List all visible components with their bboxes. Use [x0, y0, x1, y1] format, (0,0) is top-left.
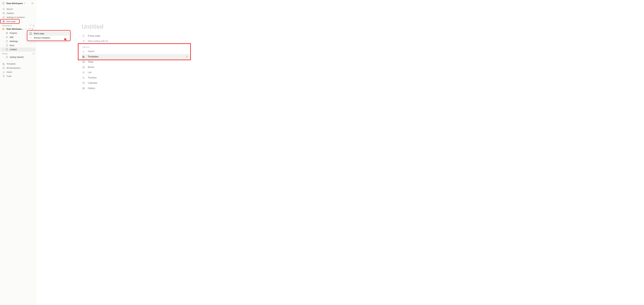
board-icon: [82, 66, 86, 68]
sidebar-updates[interactable]: Updates: [0, 11, 36, 15]
option-list-label: List: [88, 71, 92, 74]
chevron-right-icon[interactable]: ›: [2, 40, 4, 42]
svg-point-26: [82, 72, 83, 72]
option-gallery-label: Gallery: [88, 87, 95, 90]
chevron-right-icon[interactable]: ›: [2, 49, 4, 50]
teamspaces-label: Teamspaces: [2, 24, 12, 27]
option-timeline-label: Timeline: [88, 76, 96, 79]
collapse-sidebar-icon[interactable]: [31, 2, 35, 4]
home-icon: [2, 28, 5, 30]
option-ai[interactable]: Start writing with AI...: [82, 38, 190, 44]
more-icon[interactable]: [28, 28, 30, 30]
chevron-right-icon[interactable]: ›: [2, 36, 4, 38]
page-icon: [6, 40, 8, 42]
sidebar-search-label: Search: [6, 8, 13, 10]
option-import-label: Import: [88, 50, 94, 53]
option-calendar[interactable]: Calendar: [82, 80, 190, 86]
plus-icon[interactable]: [33, 53, 34, 54]
page-icon: [6, 56, 8, 58]
plus-icon[interactable]: [33, 25, 34, 26]
chevron-down-icon[interactable]: [25, 28, 27, 30]
sidebar-import-label: Import: [6, 71, 12, 73]
main-content: Untitled Empty page Start writing with A…: [36, 0, 644, 305]
sidebar-trash[interactable]: Trash: [0, 74, 36, 78]
svg-rect-35: [84, 88, 84, 89]
sidebar-new-page[interactable]: New page: [0, 19, 19, 24]
sparkle-icon: [82, 40, 86, 42]
page-title[interactable]: Untitled: [82, 24, 190, 30]
more-icon[interactable]: [30, 25, 32, 26]
option-empty-label: Empty page: [88, 34, 100, 37]
sidebar-page-untitled[interactable]: › Untitled: [0, 48, 36, 52]
plus-circle-icon: [2, 20, 5, 22]
add-new-label: Add new: [82, 46, 190, 48]
svg-point-23: [84, 57, 84, 58]
option-table-label: Table: [88, 60, 94, 63]
sidebar-search[interactable]: Search: [0, 7, 36, 11]
option-board-label: Board: [88, 66, 94, 68]
chevron-updown-icon: [24, 2, 26, 4]
sidebar-page-docs[interactable]: › Docs: [0, 43, 36, 48]
download-icon: [2, 71, 5, 73]
svg-point-28: [82, 73, 83, 73]
svg-point-19: [30, 38, 31, 38]
svg-point-15: [4, 64, 5, 65]
teamspace-root-label: Team Workspac...: [6, 28, 24, 30]
sidebar-trash-label: Trash: [6, 75, 12, 77]
chevron-right-icon[interactable]: ›: [2, 45, 4, 46]
svg-rect-16: [3, 67, 4, 69]
chevron-right-icon[interactable]: ›: [2, 32, 4, 34]
workspace-switcher[interactable]: T Team Workspace: [0, 1, 36, 6]
workspace-name: Team Workspace: [6, 2, 23, 4]
option-templates[interactable]: Templates: [82, 54, 190, 59]
option-timeline[interactable]: Timeline: [82, 75, 190, 80]
option-gallery[interactable]: Gallery: [82, 86, 190, 91]
private-section-header[interactable]: Private: [0, 52, 36, 55]
chevron-right-icon[interactable]: ›: [2, 56, 4, 58]
sidebar-settings-label: Settings & members: [6, 16, 25, 18]
sidebar-import[interactable]: Import: [0, 70, 36, 74]
option-list[interactable]: List: [82, 70, 190, 75]
option-import[interactable]: Import: [82, 49, 190, 54]
option-calendar-label: Calendar: [88, 82, 97, 84]
option-empty-page[interactable]: Empty page: [82, 33, 190, 38]
plus-icon[interactable]: [32, 28, 33, 30]
option-board[interactable]: Board: [82, 64, 190, 70]
gear-icon: [2, 16, 5, 18]
list-icon: [82, 71, 86, 74]
svg-point-13: [7, 33, 7, 33]
svg-rect-33: [84, 88, 84, 88]
svg-rect-30: [83, 78, 84, 78]
svg-rect-24: [82, 61, 84, 63]
target-icon: [6, 32, 8, 34]
download-icon: [82, 50, 86, 53]
svg-point-3: [3, 17, 4, 18]
search-icon: [2, 8, 5, 10]
svg-rect-14: [3, 64, 4, 65]
building-icon: [2, 67, 5, 69]
sidebar-templates[interactable]: Templates: [0, 62, 36, 66]
svg-rect-32: [82, 88, 84, 88]
svg-rect-29: [82, 77, 84, 78]
page-label: Untitled: [10, 48, 16, 51]
trash-icon: [2, 75, 5, 77]
svg-point-8: [29, 28, 29, 29]
sidebar-all-teamspaces-label: All teamspaces: [6, 67, 20, 69]
sidebar-page-getting-started[interactable]: › Getting Started: [0, 55, 36, 59]
svg-point-18: [30, 38, 30, 38]
sidebar-settings[interactable]: Settings & members: [0, 15, 36, 19]
page-label: Getting Started: [10, 56, 24, 58]
option-table[interactable]: Table: [82, 59, 190, 64]
svg-rect-25: [82, 66, 84, 68]
page-plus-icon: [30, 32, 32, 35]
book-icon: [6, 36, 8, 38]
teamspaces-section-header[interactable]: Teamspaces: [0, 24, 36, 27]
option-templates-label: Templates: [88, 55, 98, 58]
svg-point-5: [30, 25, 30, 25]
gallery-icon: [82, 87, 86, 90]
page-label: Docs: [10, 44, 14, 46]
sidebar-all-teamspaces[interactable]: All teamspaces: [0, 66, 36, 70]
page-icon: [82, 34, 86, 37]
page-label: Meetings: [10, 40, 18, 42]
svg-rect-31: [83, 82, 84, 84]
